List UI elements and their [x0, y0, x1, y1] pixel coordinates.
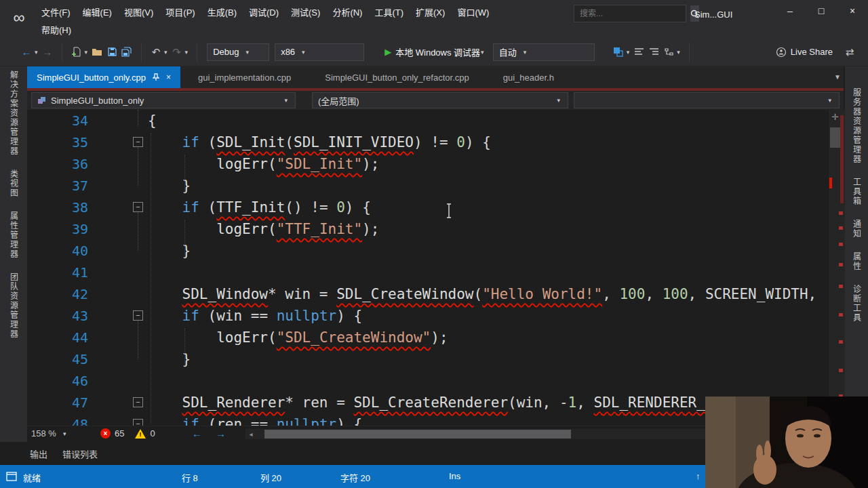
- right-tool-tab-3[interactable]: 属性: [851, 252, 863, 271]
- hierarchy-caret-icon[interactable]: ▾: [677, 49, 680, 56]
- send-feedback-icon[interactable]: ⇄: [842, 44, 857, 60]
- panel-tab-output[interactable]: 输出: [30, 447, 47, 460]
- fold-marker-icon[interactable]: −: [133, 397, 143, 407]
- navigate-back-icon[interactable]: ←: [19, 44, 34, 60]
- menu-item-help[interactable]: 帮助(H): [35, 20, 77, 38]
- navigate-back-caret-icon[interactable]: ▾: [35, 49, 38, 56]
- code-editor[interactable]: 34{35− if (SDL_Init(SDL_INIT_VIDEO) != 0…: [27, 110, 829, 426]
- splitter-grip-icon[interactable]: ✛: [831, 112, 839, 122]
- start-debugging-button[interactable]: ▶ 本地 Windows 调试器 ▾: [384, 45, 486, 58]
- close-button[interactable]: ×: [837, 0, 868, 22]
- fold-marker-icon[interactable]: −: [133, 137, 143, 147]
- tab-3[interactable]: gui_header.h: [487, 66, 570, 88]
- new-file-icon[interactable]: [69, 44, 84, 60]
- minimize-button[interactable]: –: [774, 0, 806, 22]
- fold-marker-icon[interactable]: −: [133, 419, 143, 426]
- outline-icon[interactable]: [631, 44, 646, 60]
- new-file-caret-icon[interactable]: ▾: [85, 49, 88, 56]
- fold-marker-icon[interactable]: −: [133, 202, 143, 212]
- navigate-forward-icon[interactable]: →: [216, 428, 226, 439]
- indent-icon[interactable]: [646, 44, 661, 60]
- pin-icon[interactable]: [153, 73, 159, 81]
- menu-item-8[interactable]: 工具(T): [368, 0, 410, 23]
- tab-2[interactable]: SimpleGUI_button_only_refactor.cpp: [309, 66, 485, 88]
- auto-dropdown[interactable]: 自动 ▾: [493, 43, 595, 61]
- attach-icon[interactable]: [611, 44, 626, 60]
- line-number: 38: [27, 199, 95, 216]
- tab-1[interactable]: gui_implementation.cpp: [182, 66, 307, 88]
- right-tool-tab-2[interactable]: 通知: [851, 220, 863, 239]
- left-tool-tab-1[interactable]: 类视图: [8, 169, 20, 198]
- menu-item-10[interactable]: 窗口(W): [451, 0, 495, 23]
- code-line[interactable]: 45 }: [27, 348, 829, 370]
- save-all-icon[interactable]: [119, 44, 134, 60]
- code-line[interactable]: 43− if (win == nullptr) {: [27, 305, 829, 327]
- left-tool-tab-3[interactable]: 团队资源管理器: [8, 272, 20, 339]
- navigate-forward-icon[interactable]: →: [40, 44, 55, 60]
- save-icon[interactable]: [104, 44, 119, 60]
- tab-overflow-icon[interactable]: ▼: [834, 73, 841, 81]
- panel-tab-error-list[interactable]: 错误列表: [62, 447, 98, 460]
- code-text: logErr("TTF_Init");: [148, 221, 379, 237]
- maximize-button[interactable]: □: [806, 0, 837, 22]
- code-line[interactable]: 41: [27, 262, 829, 283]
- member-dropdown[interactable]: ▾: [574, 92, 840, 108]
- right-tool-tab-0[interactable]: 服务器资源管理器: [851, 88, 863, 164]
- project-dropdown[interactable]: SimpleGUI_button_only ▾: [31, 92, 296, 108]
- menu-item-3[interactable]: 项目(P): [159, 0, 201, 23]
- menu-item-9[interactable]: 扩展(X): [410, 0, 451, 23]
- menu-item-5[interactable]: 调试(D): [243, 0, 285, 23]
- right-tool-tab-1[interactable]: 工具箱: [851, 178, 863, 206]
- publish-icon[interactable]: ↑: [696, 471, 701, 481]
- scroll-left-icon[interactable]: ◂: [245, 430, 256, 438]
- tab-close-icon[interactable]: ×: [166, 73, 171, 82]
- code-line[interactable]: 34{: [27, 110, 829, 131]
- code-line[interactable]: 42 SDL_Window* win = SDL_CreateWindow("H…: [27, 283, 829, 305]
- code-line[interactable]: 38− if (TTF_Init() != 0) {: [27, 197, 829, 218]
- fold-marker-icon[interactable]: −: [133, 310, 143, 321]
- search-box[interactable]: [574, 5, 686, 22]
- code-line[interactable]: 35− if (SDL_Init(SDL_INIT_VIDEO) != 0) {: [27, 131, 829, 153]
- menu-item-6[interactable]: 测试(S): [285, 0, 326, 23]
- scope-dropdown[interactable]: (全局范围) ▾: [312, 92, 568, 108]
- menu-item-7[interactable]: 分析(N): [326, 0, 368, 23]
- zoom-control[interactable]: 158 % ▾: [31, 428, 68, 439]
- navigate-backward-icon[interactable]: ←: [192, 428, 202, 439]
- code-text: logErr("SDL_Init");: [148, 156, 379, 172]
- config-group: Debug ▾ x86 ▾: [204, 43, 374, 62]
- redo-caret-icon[interactable]: ▾: [185, 49, 189, 56]
- background-tasks-icon[interactable]: [6, 472, 17, 481]
- fold-margin: [95, 110, 148, 131]
- left-tool-tab-2[interactable]: 属性管理器: [8, 211, 20, 259]
- hierarchy-icon[interactable]: [661, 44, 676, 60]
- code-line[interactable]: 46: [27, 370, 829, 392]
- search-input[interactable]: [574, 9, 690, 18]
- redo-icon[interactable]: ↷: [170, 44, 184, 60]
- left-tool-tab-0[interactable]: 解决方案资源管理器: [8, 70, 20, 156]
- code-line[interactable]: 39 logErr("TTF_Init");: [27, 218, 829, 240]
- code-line[interactable]: 40 }: [27, 240, 829, 262]
- horizontal-scroll-thumb[interactable]: [264, 430, 571, 439]
- attach-caret-icon[interactable]: ▾: [627, 49, 630, 56]
- menu-item-0[interactable]: 文件(F): [35, 0, 77, 23]
- code-line[interactable]: 36 logErr("SDL_Init");: [27, 153, 829, 175]
- right-tool-tab-4[interactable]: 诊断工具: [851, 285, 863, 323]
- undo-caret-icon[interactable]: ▾: [164, 49, 167, 56]
- indent-guide: [184, 328, 185, 367]
- code-line[interactable]: 37 }: [27, 175, 829, 197]
- indent-guide: [184, 220, 185, 259]
- line-number: 42: [27, 286, 95, 302]
- menu-item-1[interactable]: 编辑(E): [77, 0, 118, 23]
- undo-icon[interactable]: ↶: [149, 44, 163, 60]
- editor-vertical-scrollbar[interactable]: ✛: [829, 110, 845, 426]
- menu-item-4[interactable]: 生成(B): [201, 0, 243, 23]
- live-share-button[interactable]: Live Share: [776, 47, 833, 58]
- code-line[interactable]: 44 logErr("SDL_CreateWindow");: [27, 327, 829, 348]
- configuration-dropdown[interactable]: Debug ▾: [207, 43, 269, 61]
- fold-margin: −: [95, 392, 148, 413]
- platform-dropdown[interactable]: x86 ▾: [275, 43, 364, 61]
- tab-0[interactable]: SimpleGUI_button_only.cpp×: [27, 66, 180, 88]
- open-folder-icon[interactable]: [90, 44, 104, 60]
- menu-item-2[interactable]: 视图(V): [118, 0, 159, 23]
- error-indicator[interactable]: × 65 ! 0: [100, 428, 155, 439]
